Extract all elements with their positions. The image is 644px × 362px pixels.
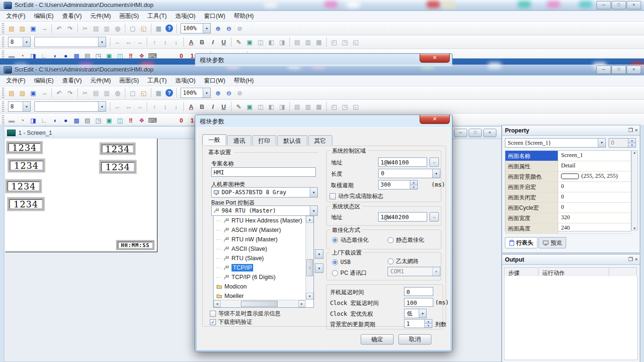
paste-icon[interactable]: ▥ — [101, 88, 112, 98]
property-row[interactable]: 画面Cycle宏0 — [505, 203, 631, 213]
property-tab-2[interactable]: 预览 — [538, 237, 566, 248]
open-file-icon[interactable]: ▨ — [17, 24, 28, 33]
state-0-icon[interactable]: 0 — [176, 115, 187, 125]
circle-element-icon[interactable]: ● — [60, 115, 71, 125]
close-icon[interactable]: ✕ — [420, 54, 450, 63]
make-same-size-icon[interactable]: ◨ — [277, 37, 288, 47]
align-bottom-icon[interactable]: ↓ — [171, 102, 182, 112]
keypad-element-icon[interactable]: ⌨ — [147, 115, 158, 125]
alarm-element-icon[interactable]: ‼ — [125, 115, 136, 125]
toolbar-grip[interactable] — [2, 115, 4, 125]
history-element-icon[interactable]: ❖ — [136, 115, 147, 125]
align-obj-left-icon[interactable]: ▤ — [292, 37, 303, 47]
distribute-v-icon[interactable]: ◳ — [339, 37, 350, 47]
group-objects-icon[interactable]: ◱ — [350, 37, 361, 47]
new-screen-icon[interactable]: ▢ — [127, 24, 138, 33]
property-index-spinner[interactable]: 0 ▲▼ — [609, 138, 636, 148]
zoom-level-combo[interactable]: 100%▼ — [181, 23, 211, 33]
toolbar-grip[interactable] — [2, 37, 4, 47]
window-titlebar[interactable]: ScrEdit - C:\Users\Administrator\Documen… — [0, 0, 644, 11]
font-size-combo[interactable]: 8▼ — [8, 101, 31, 112]
static-optimization-radio[interactable]: 静态最佳化 — [388, 236, 424, 244]
chevron-down-icon[interactable]: ▼ — [203, 88, 210, 98]
help-icon[interactable]: ? — [165, 89, 173, 97]
scroll-left-icon[interactable]: ◄ — [214, 300, 221, 307]
property-row[interactable]: 画面属性Detail — [505, 161, 631, 172]
menu-item-4[interactable]: 元件(M) — [86, 76, 115, 86]
graph-element-icon[interactable]: ▣ — [104, 115, 115, 125]
align-middle-icon[interactable]: ↕ — [160, 37, 171, 47]
protocol-item[interactable]: TCP/IP (6 Digits) — [214, 272, 305, 282]
pc-com-radio[interactable]: PC 通讯口 — [332, 269, 367, 277]
sys-status-addr-input[interactable]: 1@W40200 — [378, 212, 427, 222]
menu-item-3[interactable]: 查看(V) — [58, 76, 86, 86]
property-row[interactable]: 画面关闭宏0 — [505, 192, 631, 203]
minimize-button[interactable]: ─ — [596, 66, 611, 74]
close-icon[interactable]: × — [635, 256, 638, 263]
new-file-icon[interactable]: ▤ — [6, 24, 17, 33]
spin-down-icon[interactable]: ▼ — [410, 185, 417, 189]
font-size-combo[interactable]: 8▼ — [8, 37, 31, 47]
align-center-h-icon[interactable]: ↔ — [123, 37, 134, 47]
minimize-button[interactable]: ─ — [596, 1, 611, 9]
new-screen-icon[interactable]: ▢ — [127, 88, 138, 98]
scroll-thumb[interactable] — [241, 301, 278, 307]
close-button[interactable]: × — [627, 1, 641, 9]
property-row[interactable]: 画面背景颜色(255, 255, 255) — [505, 172, 631, 182]
minimize-button[interactable]: ─ — [454, 129, 467, 137]
copy-icon[interactable]: ▤ — [91, 24, 101, 33]
dialog-tab-1[interactable]: 一般 — [202, 134, 226, 145]
align-center-h-icon[interactable]: ↔ — [123, 102, 134, 112]
chevron-down-icon[interactable]: ▼ — [203, 24, 210, 33]
font-name-combo[interactable]: ▼ — [34, 37, 106, 47]
meter-element-icon[interactable]: ◔ — [17, 115, 28, 125]
copy-icon[interactable]: ▤ — [91, 88, 101, 98]
property-object-selector[interactable]: Screen {Screen_1} ▼ — [505, 138, 606, 148]
chevron-down-icon[interactable]: ▼ — [419, 309, 426, 318]
cut-icon[interactable]: ✂ — [80, 88, 91, 98]
length-select[interactable]: 0 ▼ — [378, 169, 440, 178]
text-color-icon[interactable]: A — [186, 102, 197, 112]
float-panel-icon[interactable]: ❐ — [628, 127, 633, 133]
menu-item-7[interactable]: 选项(O) — [171, 76, 200, 86]
dynamic-optimization-radio[interactable]: 动态最佳化 — [332, 236, 369, 244]
spin-up-icon[interactable]: ▲ — [628, 139, 636, 143]
menu-item-1[interactable]: 文件(F) — [2, 11, 30, 21]
property-grid-scrollbar[interactable]: ▲ ▼ — [631, 150, 638, 230]
property-panel-titlebar[interactable]: Property ❐ × — [502, 125, 640, 136]
numeric-display-element[interactable]: 1234 — [6, 141, 43, 154]
make-same-height-icon[interactable]: ◧ — [266, 102, 277, 112]
undo-icon[interactable]: ↶ — [54, 88, 65, 98]
open-screen-icon[interactable]: ◱ — [138, 24, 149, 33]
align-obj-right-icon[interactable]: ▦ — [314, 37, 324, 47]
scroll-down-icon[interactable]: ▼ — [633, 227, 636, 230]
ethernet-radio[interactable]: 乙太網路 — [388, 257, 419, 265]
zoom-fit-icon[interactable]: ⊘ — [234, 24, 245, 33]
indicator-element-icon[interactable]: ◨ — [28, 115, 39, 125]
numeric-display-element[interactable]: 1234 — [7, 197, 45, 211]
image-icon[interactable]: ▣ — [244, 102, 255, 112]
menu-item-5[interactable]: 画面(S) — [115, 76, 143, 86]
zoom-in-icon[interactable]: ⊕ — [213, 88, 223, 98]
zoom-out-icon[interactable]: ⊖ — [223, 24, 234, 33]
menu-item-6[interactable]: 工具(T) — [143, 76, 171, 86]
make-same-height-icon[interactable]: ◧ — [266, 37, 277, 47]
align-obj-center-icon[interactable]: ▥ — [303, 102, 314, 112]
clock-display-element[interactable]: HH:MM:SS — [116, 240, 155, 250]
cancel-button[interactable]: 取消 — [398, 334, 431, 345]
toolbar-grip[interactable] — [2, 23, 4, 33]
align-left-icon[interactable]: ← — [112, 102, 123, 112]
display-element-icon[interactable]: ◳ — [93, 115, 104, 125]
zoom-out-icon[interactable]: ⊖ — [223, 88, 234, 98]
menu-item-2[interactable]: 编辑(E) — [30, 76, 58, 86]
export-icon[interactable]: → — [39, 24, 50, 33]
numeric-display-element[interactable]: 1234 — [5, 179, 42, 193]
align-right-icon[interactable]: → — [134, 37, 145, 47]
close-button[interactable]: × — [483, 129, 496, 137]
radio-icon[interactable] — [332, 270, 338, 276]
menu-item-9[interactable]: 帮助(H) — [230, 11, 258, 21]
toolbar-grip[interactable] — [2, 88, 4, 98]
base-port-controller-select[interactable]: 984 RTU (Master) ▼ — [211, 206, 318, 216]
underline-icon[interactable]: U — [218, 37, 229, 47]
clear-flag-checkbox[interactable]: 动作完成清除标志 — [330, 192, 383, 200]
